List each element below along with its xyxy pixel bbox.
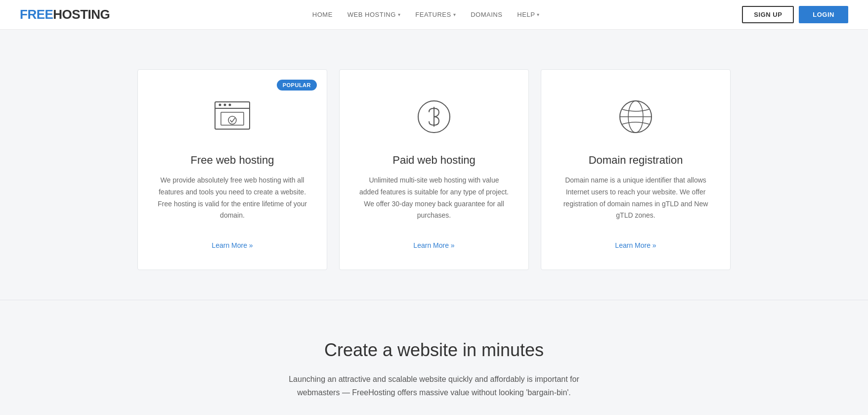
- svg-point-3: [224, 104, 226, 106]
- card-domain-registration: Domain registration Domain name is a uni…: [541, 69, 731, 270]
- dollar-icon: [412, 94, 456, 139]
- globe-icon: [613, 94, 658, 139]
- popular-badge: POPULAR: [277, 80, 317, 91]
- nav-help[interactable]: HELP: [517, 11, 539, 18]
- card-free-hosting-title: Free web hosting: [158, 154, 307, 167]
- svg-point-2: [219, 104, 221, 106]
- card-free-hosting-learn-more[interactable]: Learn More »: [212, 241, 253, 249]
- logo-hosting: HOSTING: [53, 7, 110, 22]
- login-button[interactable]: LOGIN: [799, 6, 848, 23]
- card-paid-hosting-title: Paid web hosting: [359, 154, 509, 167]
- card-free-hosting-desc: We provide absolutely free web hosting w…: [158, 175, 307, 222]
- bottom-section: Create a website in minutes Launching an…: [0, 300, 868, 415]
- svg-point-4: [229, 104, 231, 106]
- svg-point-6: [228, 116, 236, 124]
- header-buttons: SIGN UP LOGIN: [742, 6, 848, 23]
- card-free-hosting: POPULAR Free web hosting We provide abso…: [137, 69, 327, 270]
- bottom-description: Launching an attractive and scalable web…: [276, 372, 592, 399]
- header: FREEHOSTING HOME WEB HOSTING FEATURES DO…: [0, 0, 868, 30]
- card-paid-hosting-desc: Unlimited multi-site web hosting with va…: [359, 175, 509, 222]
- signup-button[interactable]: SIGN UP: [742, 6, 794, 23]
- card-domain-desc: Domain name is a unique identifier that …: [561, 175, 710, 222]
- card-paid-hosting-learn-more[interactable]: Learn More »: [413, 241, 454, 249]
- main-nav: HOME WEB HOSTING FEATURES DOMAINS HELP: [312, 11, 540, 18]
- nav-web-hosting[interactable]: WEB HOSTING: [347, 11, 400, 18]
- browser-icon: [210, 94, 255, 139]
- logo: FREEHOSTING: [20, 7, 110, 22]
- nav-home[interactable]: HOME: [312, 11, 333, 18]
- card-domain-title: Domain registration: [561, 154, 710, 167]
- bottom-title: Create a website in minutes: [20, 340, 848, 361]
- svg-rect-5: [221, 112, 244, 125]
- card-paid-hosting: Paid web hosting Unlimited multi-site we…: [339, 69, 529, 270]
- nav-features[interactable]: FEATURES: [415, 11, 456, 18]
- nav-domains[interactable]: DOMAINS: [471, 11, 502, 18]
- logo-free: FREE: [20, 7, 53, 22]
- main-content: POPULAR Free web hosting We provide abso…: [0, 30, 868, 300]
- card-domain-learn-more[interactable]: Learn More »: [615, 241, 656, 249]
- cards-section: POPULAR Free web hosting We provide abso…: [137, 69, 731, 270]
